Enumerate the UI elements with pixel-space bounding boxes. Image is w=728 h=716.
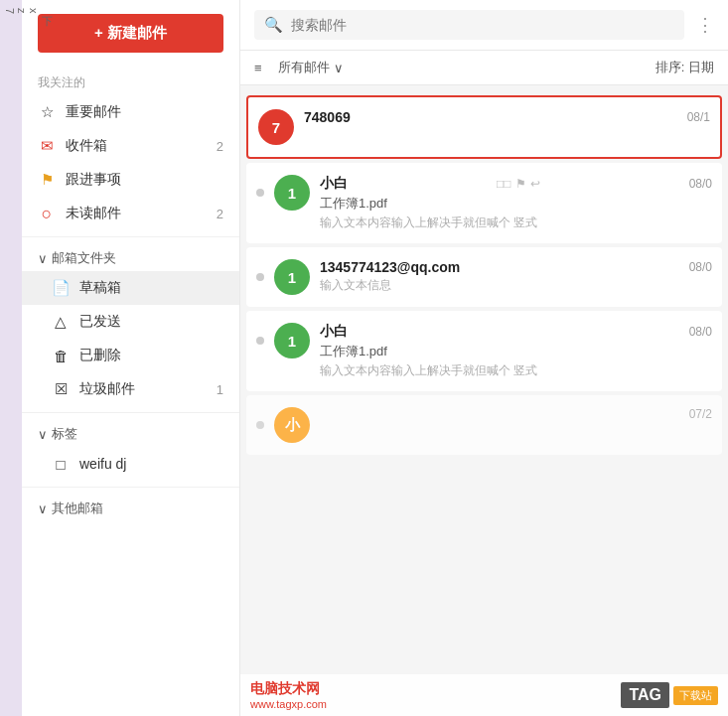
mail-header: 小白 08/0 [320, 323, 712, 341]
mail-content: 07/2 [320, 407, 712, 423]
mail-content: 小白 08/0 工作簿1.pdf 输入文本内容输入上解决手就但喊个 竖式 [320, 323, 712, 379]
mail-item[interactable]: 小 07/2 [246, 395, 722, 455]
star-icon: ☆ [38, 103, 56, 121]
mail-item[interactable]: 1 小白 08/0 工作簿1.pdf 输入文本内容输入上解决手就但喊个 竖式 [246, 311, 722, 391]
avatar: 7 [258, 109, 294, 145]
sidebar-item-weifu[interactable]: □ weifu dj [22, 447, 239, 481]
watermark-url: www.tagxp.com [250, 698, 327, 710]
sidebar-item-drafts[interactable]: 📄 草稿箱 [22, 271, 239, 305]
chevron-down-icon: ∨ [38, 427, 48, 442]
mail-date: 08/0 [689, 325, 712, 339]
all-mail-label: 所有邮件 [278, 59, 330, 76]
draft-icon: 📄 [52, 279, 70, 297]
more-actions-icon[interactable]: ⋮ [696, 14, 714, 36]
avatar: 1 [274, 323, 310, 358]
watermark-tag-container: TAG 下载站 [621, 682, 718, 708]
new-mail-button[interactable]: + 新建邮件 [38, 14, 223, 53]
filter-bar: ≡ 所有邮件 ∨ 排序: 日期 [240, 51, 728, 85]
tags-title[interactable]: ∨ 标签 [22, 419, 239, 447]
inbox-badge: 2 [217, 139, 223, 154]
unread-dot [256, 421, 264, 429]
unread-badge: 2 [217, 207, 223, 221]
watermark-left: 电脑技术网 www.tagxp.com [250, 680, 327, 710]
search-icon: 🔍 [264, 16, 283, 34]
mail-list: 7 748069 08/1 1 小白 □□ ⚑ ↩ [240, 85, 728, 716]
mail-actions: □□ ⚑ ↩ [497, 177, 540, 191]
avatar: 1 [274, 175, 310, 211]
sidebar: + 新建邮件 我关注的 ☆ 重要邮件 ✉ 收件箱 2 ⚑ 跟进事项 ○ 未读邮件… [22, 0, 240, 716]
mail-date: 07/2 [689, 407, 712, 421]
watermark-download: 下载站 [673, 686, 718, 705]
sidebar-item-label: 已删除 [79, 347, 121, 364]
main-content: 🔍 ⋮ ≡ 所有邮件 ∨ 排序: 日期 7 748069 08/1 [240, 0, 728, 716]
filter-button[interactable]: ≡ [254, 61, 262, 75]
side-strip-text: 下xz7 [0, 0, 59, 22]
checkbox-icon: □ [52, 455, 70, 473]
watermark-site-name: 电脑技术网 [250, 680, 327, 698]
unread-dot [256, 189, 264, 197]
sidebar-item-label: 已发送 [79, 313, 121, 331]
other-mailbox-label: 其他邮箱 [52, 500, 103, 517]
spam-badge: 1 [217, 382, 223, 397]
sidebar-item-inbox[interactable]: ✉ 收件箱 2 [22, 129, 239, 163]
mail-content: 小白 □□ ⚑ ↩ 08/0 工作簿1.pdf 输入文本内容输入上解决手就但喊个… [320, 175, 712, 231]
search-input[interactable] [291, 17, 674, 33]
sidebar-item-deleted[interactable]: 🗑 已删除 [22, 339, 239, 372]
mail-header: 07/2 [320, 407, 712, 421]
mail-subject: 工作簿1.pdf [320, 195, 712, 213]
mail-item[interactable]: 7 748069 08/1 [246, 95, 722, 159]
filter-icon: ≡ [254, 61, 262, 75]
mail-sender: 小白 [320, 323, 348, 341]
attachment-icon: □□ [497, 177, 511, 191]
avatar: 1 [274, 259, 310, 295]
tags-label: 标签 [52, 425, 77, 443]
mailbox-folder-title[interactable]: ∨ 邮箱文件夹 [22, 243, 239, 271]
sidebar-item-important[interactable]: ☆ 重要邮件 [22, 95, 239, 129]
circle-icon: ○ [38, 205, 56, 222]
mail-content: 1345774123@qq.com 08/0 输入文本信息 [320, 259, 712, 294]
sidebar-item-label: 垃圾邮件 [79, 380, 135, 398]
avatar: 小 [274, 407, 310, 443]
chevron-down-icon: ∨ [38, 251, 48, 266]
mail-header: 小白 □□ ⚑ ↩ 08/0 [320, 175, 712, 193]
sidebar-item-followup[interactable]: ⚑ 跟进事项 [22, 163, 239, 197]
mail-sender: 1345774123@qq.com [320, 259, 460, 275]
my-attention-title: 我关注的 [22, 67, 239, 95]
mail-date: 08/0 [689, 260, 712, 274]
unread-dot [256, 337, 264, 345]
sidebar-item-sent[interactable]: △ 已发送 [22, 305, 239, 339]
mail-preview: 输入文本内容输入上解决手就但喊个 竖式 [320, 215, 712, 231]
sort-label[interactable]: 排序: 日期 [655, 59, 714, 76]
sidebar-item-spam[interactable]: ☒ 垃圾邮件 1 [22, 372, 239, 406]
all-mail-filter[interactable]: 所有邮件 ∨ [278, 59, 344, 76]
chevron-down-icon: ∨ [38, 501, 48, 516]
mail-sender: 748069 [304, 109, 351, 125]
sidebar-item-label: 未读邮件 [66, 205, 121, 222]
mail-item[interactable]: 1 小白 □□ ⚑ ↩ 08/0 工作簿1.pdf 输入文本内容输入上解决手就但… [246, 163, 722, 243]
other-mailbox-title[interactable]: ∨ 其他邮箱 [22, 494, 239, 521]
mail-sender: 小白 [320, 175, 348, 193]
spam-icon: ☒ [52, 380, 70, 398]
divider-3 [22, 487, 239, 488]
mail-preview: 输入文本内容输入上解决手就但喊个 竖式 [320, 362, 712, 379]
side-strip: 下xz7 [0, 0, 22, 716]
mail-header: 1345774123@qq.com 08/0 [320, 259, 712, 275]
mail-subject: 工作簿1.pdf [320, 343, 712, 360]
mail-header: 748069 08/1 [304, 109, 710, 125]
flag-action-icon[interactable]: ⚑ [515, 177, 526, 191]
all-mail-arrow-icon: ∨ [334, 61, 344, 75]
divider-2 [22, 412, 239, 413]
inbox-icon: ✉ [38, 137, 56, 155]
watermark-overlay: 电脑技术网 www.tagxp.com TAG 下载站 [240, 674, 728, 716]
folder-label: 邮箱文件夹 [52, 249, 116, 267]
sidebar-item-label: weifu dj [79, 456, 126, 472]
unread-dot [256, 273, 264, 281]
watermark-tag: TAG [621, 682, 669, 708]
reply-icon: ↩ [530, 177, 540, 191]
trash-icon: 🗑 [52, 347, 70, 364]
search-bar-container[interactable]: 🔍 [254, 10, 684, 40]
sidebar-item-label: 跟进事项 [66, 171, 121, 189]
mail-item[interactable]: 1 1345774123@qq.com 08/0 输入文本信息 [246, 247, 722, 307]
sidebar-item-label: 收件箱 [66, 137, 107, 155]
sidebar-item-unread[interactable]: ○ 未读邮件 2 [22, 197, 239, 230]
